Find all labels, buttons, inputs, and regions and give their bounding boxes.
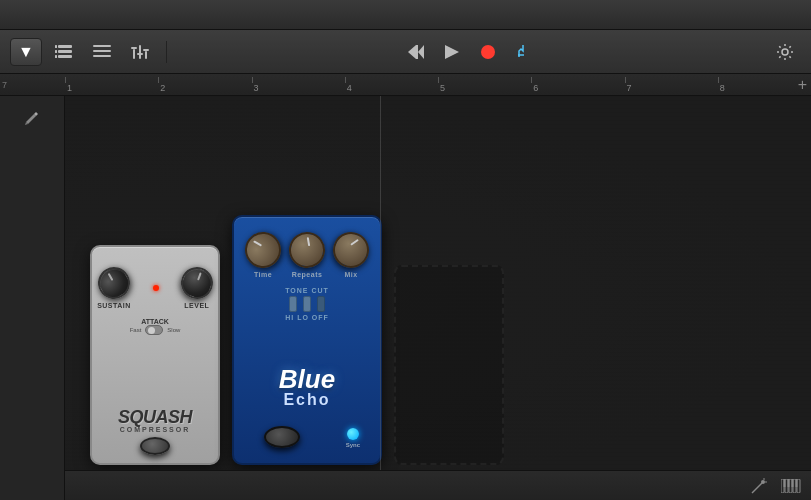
window-chrome — [0, 0, 811, 30]
svg-point-23 — [761, 480, 765, 484]
mix-knob[interactable] — [327, 226, 375, 274]
svg-rect-2 — [58, 50, 72, 53]
svg-point-21 — [782, 49, 788, 55]
time-knob-container: Time — [245, 232, 281, 278]
ruler-mark-2: 2 — [158, 83, 251, 93]
svg-line-22 — [752, 483, 762, 493]
mixer-btn[interactable] — [124, 38, 156, 66]
gear-icon — [776, 43, 794, 61]
track-view-btn[interactable] — [48, 38, 80, 66]
svg-rect-9 — [133, 49, 135, 59]
svg-rect-14 — [143, 49, 149, 51]
hi-lo-off-label: HI LO OFF — [285, 314, 329, 321]
rewind-icon — [408, 45, 424, 59]
play-btn[interactable] — [436, 38, 468, 66]
ruler-mark-7: 7 — [625, 83, 718, 93]
blue-echo-pedal[interactable]: Time Repeats Mix TONE CUT HI LO OFF — [232, 215, 382, 465]
ruler-mark-6: 6 — [531, 83, 624, 93]
squash-name: SQUASH — [92, 408, 218, 426]
squash-title: SQUASH COMPRESSOR — [92, 408, 218, 433]
level-label: LEVEL — [184, 302, 209, 309]
add-track-btn[interactable]: + — [798, 76, 807, 94]
svg-point-19 — [481, 45, 495, 59]
echo-knobs-row: Time Repeats Mix — [245, 232, 369, 278]
svg-marker-18 — [445, 45, 459, 59]
repeats-label: Repeats — [292, 271, 323, 278]
repeats-knob[interactable] — [286, 229, 328, 271]
sustain-knob-container: SUSTAIN — [97, 267, 131, 309]
mix-knob-container: Mix — [333, 232, 369, 278]
svg-rect-13 — [137, 53, 143, 55]
settings-btn[interactable] — [769, 38, 801, 66]
toolbar-sep-1 — [166, 41, 167, 63]
toolbar: ▼ — [0, 30, 811, 74]
svg-rect-12 — [131, 47, 137, 49]
list-icon — [93, 45, 111, 59]
off-switch[interactable] — [317, 296, 325, 312]
record-btn[interactable] — [472, 38, 504, 66]
sync-label: Sync — [346, 442, 360, 448]
attack-label: ATTACK — [141, 318, 169, 325]
play-icon — [445, 45, 459, 59]
svg-marker-17 — [418, 45, 424, 59]
sustain-knob[interactable] — [92, 261, 136, 305]
squash-compressor-pedal[interactable]: SUSTAIN LEVEL ATTACK Fast Slow SQUASH CO… — [90, 245, 220, 465]
svg-rect-11 — [145, 51, 147, 59]
ruler-mark-3: 3 — [252, 83, 345, 93]
squash-footswitch[interactable] — [140, 437, 170, 455]
fast-label: Fast — [130, 327, 142, 333]
svg-rect-5 — [55, 55, 57, 58]
tone-cut-label: TONE CUT — [285, 287, 329, 294]
dropdown-arrow: ▼ — [18, 43, 34, 61]
bottom-bar — [65, 470, 811, 500]
squash-subtitle: COMPRESSOR — [92, 426, 218, 433]
list-view-btn[interactable] — [86, 38, 118, 66]
hi-switch[interactable] — [289, 296, 297, 312]
svg-rect-34 — [796, 479, 798, 487]
track-dropdown[interactable]: ▼ — [10, 38, 42, 66]
mix-label: Mix — [344, 271, 357, 278]
svg-rect-0 — [58, 45, 72, 48]
wand-tool-btn[interactable] — [747, 474, 771, 498]
echo-footswitch[interactable] — [264, 426, 300, 448]
sync-led — [347, 428, 359, 440]
track-number: 7 — [2, 80, 7, 90]
piano-btn[interactable] — [779, 474, 803, 498]
pencil-icon — [24, 110, 40, 126]
empty-pedal-slot — [394, 265, 504, 465]
sync-indicator: Sync — [346, 428, 360, 448]
rewind-btn[interactable] — [400, 38, 432, 66]
svg-rect-3 — [55, 50, 57, 53]
svg-rect-8 — [93, 55, 111, 57]
attack-row: Fast Slow — [130, 325, 181, 335]
svg-rect-4 — [58, 55, 72, 58]
svg-rect-6 — [93, 45, 111, 47]
squash-led — [153, 285, 159, 291]
wand-icon — [751, 478, 767, 494]
mixer-icon — [131, 45, 149, 59]
transport-controls — [400, 38, 540, 66]
track-icon — [55, 45, 73, 59]
ruler-mark-5: 5 — [438, 83, 531, 93]
echo-name: Blue — [234, 366, 380, 392]
svg-marker-15 — [408, 45, 416, 59]
lo-switch[interactable] — [303, 296, 311, 312]
time-label: Time — [254, 271, 272, 278]
ruler: 7 1 2 3 4 5 6 7 8 + — [0, 74, 811, 96]
tune-btn[interactable] — [508, 38, 540, 66]
ruler-mark-1: 1 — [65, 83, 158, 93]
repeats-knob-container: Repeats — [289, 232, 325, 278]
slow-label: Slow — [167, 327, 180, 333]
attack-switch[interactable] — [145, 325, 163, 335]
svg-rect-1 — [55, 45, 57, 48]
time-knob[interactable] — [238, 225, 289, 276]
svg-rect-33 — [792, 479, 794, 487]
pencil-tool-btn[interactable] — [18, 104, 46, 132]
level-knob[interactable] — [176, 262, 217, 303]
ruler-marks: 1 2 3 4 5 6 7 8 — [0, 83, 811, 93]
svg-rect-32 — [788, 479, 790, 487]
sustain-label: SUSTAIN — [97, 302, 131, 309]
ruler-mark-4: 4 — [345, 83, 438, 93]
tone-switches — [289, 296, 325, 312]
pedals-container: SUSTAIN LEVEL ATTACK Fast Slow SQUASH CO… — [90, 215, 504, 465]
